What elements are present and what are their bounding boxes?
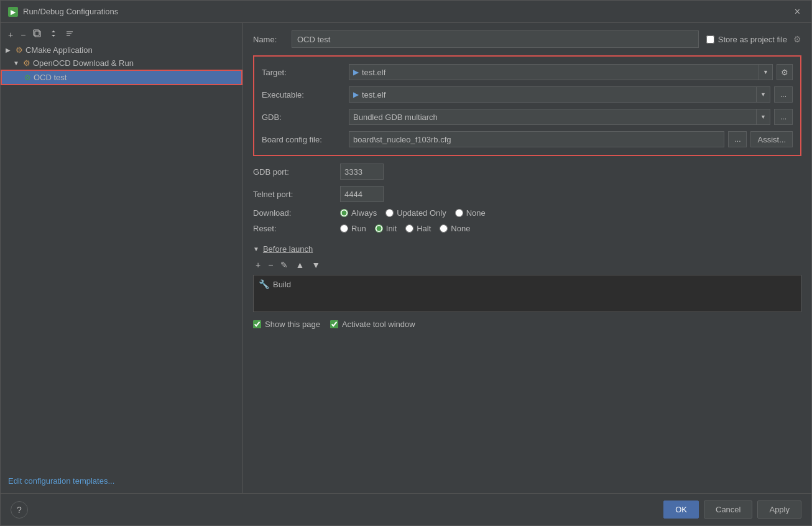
board-config-row: Board config file: ... Assist... xyxy=(262,131,793,147)
remove-config-button[interactable]: − xyxy=(18,29,28,41)
help-button[interactable]: ? xyxy=(11,501,28,519)
reset-row: Reset: Run Init Halt xyxy=(253,224,801,233)
reset-halt-label: Halt xyxy=(417,224,431,233)
reset-init-item[interactable]: Init xyxy=(375,224,397,233)
gdb-port-label: GDB port: xyxy=(253,167,334,177)
show-page-label: Show this page xyxy=(265,320,320,329)
before-launch-up-btn[interactable]: ▲ xyxy=(293,259,307,271)
target-control: ▶ test.elf ▼ ⚙ xyxy=(349,64,793,80)
target-value: test.elf xyxy=(362,68,385,77)
show-page-checkbox[interactable] xyxy=(253,320,261,328)
cmake-group-label: CMake Application xyxy=(25,45,93,55)
activate-tool-label: Activate tool window xyxy=(342,320,415,329)
activate-tool-item[interactable]: Activate tool window xyxy=(330,320,415,329)
before-launch-section: ▼ Before launch + − ✎ ▲ ▼ 🔧 Build xyxy=(253,244,801,312)
dialog-title: Run/Debug Configurations xyxy=(23,7,118,16)
before-launch-down-btn[interactable]: ▼ xyxy=(309,259,323,271)
sort-config-button[interactable] xyxy=(63,28,76,41)
sidebar: + − ▶ ⚙ CMake Application xyxy=(1,23,243,493)
gdb-control: Bundled GDB multiarch ▼ ... xyxy=(349,109,793,125)
app-icon: ▶ xyxy=(8,7,18,17)
executable-dropdown-btn[interactable]: ▼ xyxy=(756,87,770,102)
board-config-control: ... Assist... xyxy=(349,131,793,147)
openocd-group-icon: ⚙ xyxy=(23,58,30,68)
target-label: Target: xyxy=(262,68,343,77)
executable-row: Executable: ▶ test.elf ▼ ... xyxy=(262,86,793,103)
reset-init-radio[interactable] xyxy=(375,224,383,233)
before-launch-edit-btn[interactable]: ✎ xyxy=(278,259,290,271)
cancel-button[interactable]: Cancel xyxy=(704,501,752,519)
tree-cmake-group[interactable]: ▶ ⚙ CMake Application xyxy=(1,44,242,57)
gdb-port-input[interactable] xyxy=(340,164,384,180)
reset-none-radio[interactable] xyxy=(440,224,448,233)
reset-halt-radio[interactable] xyxy=(405,224,413,233)
reset-run-item[interactable]: Run xyxy=(340,224,366,233)
executable-control: ▶ test.elf ▼ ... xyxy=(349,86,793,103)
gdb-ellipsis-btn[interactable]: ... xyxy=(774,109,793,125)
executable-value: test.elf xyxy=(362,90,385,99)
copy-config-button[interactable] xyxy=(30,28,44,41)
before-launch-add-btn[interactable]: + xyxy=(253,259,263,271)
target-row: Target: ▶ test.elf ▼ ⚙ xyxy=(262,64,793,80)
telnet-port-input[interactable] xyxy=(340,186,384,202)
telnet-port-row: Telnet port: xyxy=(253,186,801,202)
tree-ocd-test-item[interactable]: ⚙ OCD test xyxy=(1,70,242,85)
svg-rect-3 xyxy=(34,30,39,35)
store-checkbox-row: Store as project file ⚙ xyxy=(706,34,801,44)
config-box: Target: ▶ test.elf ▼ ⚙ Exe xyxy=(253,55,801,156)
download-radio-group: Always Updated Only None xyxy=(340,208,486,218)
add-config-button[interactable]: + xyxy=(6,29,16,41)
download-none-radio[interactable] xyxy=(455,209,463,217)
activate-tool-checkbox[interactable] xyxy=(330,320,338,328)
close-button[interactable]: × xyxy=(791,5,804,19)
target-dropdown-btn[interactable]: ▼ xyxy=(759,65,772,80)
bottom-checkboxes: Show this page Activate tool window xyxy=(253,320,801,329)
config-tree: ▶ ⚙ CMake Application ▼ ⚙ OpenOCD Downlo… xyxy=(1,44,242,85)
download-updated-label: Updated Only xyxy=(397,208,446,218)
board-config-input[interactable] xyxy=(349,131,724,147)
apply-button[interactable]: Apply xyxy=(757,501,801,519)
tree-openocd-group[interactable]: ▼ ⚙ OpenOCD Download & Run xyxy=(1,57,242,70)
before-launch-label[interactable]: Before launch xyxy=(263,244,313,254)
before-launch-area: 🔧 Build xyxy=(253,275,801,312)
executable-select-wrapper[interactable]: ▶ test.elf ▼ xyxy=(349,86,770,103)
move-config-button[interactable] xyxy=(47,28,60,41)
download-updated-radio[interactable] xyxy=(385,209,394,217)
executable-ellipsis-btn[interactable]: ... xyxy=(774,86,793,103)
name-input[interactable] xyxy=(292,30,699,48)
cmake-group-icon: ⚙ xyxy=(16,45,23,55)
gdb-select-wrapper[interactable]: Bundled GDB multiarch ▼ xyxy=(349,109,770,125)
ok-button[interactable]: OK xyxy=(663,501,699,519)
target-gear-btn[interactable]: ⚙ xyxy=(777,64,793,80)
reset-none-item[interactable]: None xyxy=(440,224,470,233)
board-config-label: Board config file: xyxy=(262,135,343,144)
download-label: Download: xyxy=(253,208,334,218)
executable-select-content: ▶ test.elf xyxy=(349,88,756,101)
gdb-label: GDB: xyxy=(262,113,343,122)
download-updated-item[interactable]: Updated Only xyxy=(385,208,446,218)
gdb-dropdown-btn[interactable]: ▼ xyxy=(756,109,770,124)
download-always-item[interactable]: Always xyxy=(340,208,377,218)
store-label[interactable]: Store as project file xyxy=(718,35,787,44)
before-launch-remove-btn[interactable]: − xyxy=(265,259,275,271)
sidebar-toolbar: + − xyxy=(1,25,242,44)
build-icon: 🔧 xyxy=(259,279,269,289)
download-none-item[interactable]: None xyxy=(455,208,486,218)
build-list-item: 🔧 Build xyxy=(259,279,796,289)
store-checkbox[interactable] xyxy=(706,35,714,44)
assist-button[interactable]: Assist... xyxy=(750,131,793,147)
reset-halt-item[interactable]: Halt xyxy=(405,224,431,233)
target-select-wrapper[interactable]: ▶ test.elf ▼ xyxy=(349,64,773,80)
title-bar: ▶ Run/Debug Configurations × xyxy=(1,1,811,23)
edit-templates-link[interactable]: Edit configuration templates... xyxy=(1,471,242,491)
reset-run-radio[interactable] xyxy=(340,224,348,233)
show-page-item[interactable]: Show this page xyxy=(253,320,320,329)
store-gear-icon[interactable]: ⚙ xyxy=(793,34,801,44)
before-launch-header: ▼ Before launch xyxy=(253,244,801,254)
footer: ? OK Cancel Apply xyxy=(1,493,811,525)
download-always-radio[interactable] xyxy=(340,209,348,217)
board-config-ellipsis-btn[interactable]: ... xyxy=(728,131,747,147)
reset-init-label: Init xyxy=(386,224,397,233)
svg-rect-2 xyxy=(35,31,40,37)
name-label: Name: xyxy=(253,35,284,44)
